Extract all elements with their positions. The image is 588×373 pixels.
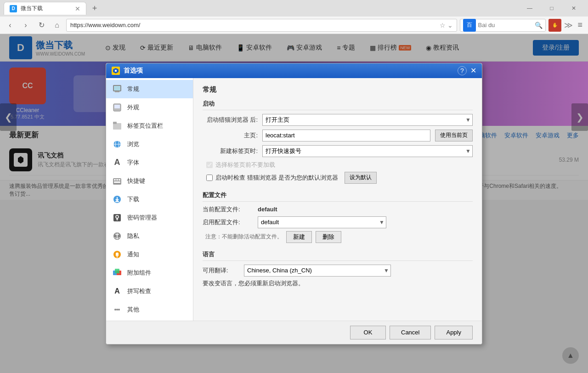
sidebar-item-tabs[interactable]: 标签页位置栏 <box>106 117 193 135</box>
ad-block-icon[interactable]: ✋ <box>548 19 561 32</box>
back-button[interactable]: ‹ <box>4 19 17 32</box>
default-browser-row: 启动时检查 猎猫浏览器 是否为您的默认浏览器 设为默认 <box>203 172 473 184</box>
new-tab-button[interactable]: + <box>88 2 101 15</box>
minimize-button[interactable]: — <box>519 2 540 15</box>
extend-icon[interactable]: ≫ <box>564 20 573 30</box>
sidebar-item-notification[interactable]: 通知 <box>106 245 193 264</box>
sidebar-item-general[interactable]: 常规 <box>106 80 193 98</box>
lang-select[interactable]: Chinese, China (zh_CN) English (en_US) <box>244 265 391 277</box>
sidebar-item-appearance[interactable]: 外观 <box>106 98 193 117</box>
dialog-sidebar: 常规 外观 <box>106 78 193 321</box>
svg-rect-12 <box>114 179 116 181</box>
sidebar-general-label: 常规 <box>127 85 139 93</box>
sidebar-tabs-label: 标签页位置栏 <box>127 122 163 130</box>
menu-icon[interactable]: ≡ <box>576 18 584 32</box>
tab-close-icon[interactable]: ✕ <box>75 5 80 12</box>
maximize-button[interactable]: □ <box>541 2 562 15</box>
sidebar-item-spell[interactable]: A 拼写检查 <box>106 282 193 300</box>
sidebar-browse-label: 浏览 <box>127 140 139 148</box>
default-browser-label: 启动时检查 猎猫浏览器 是否为您的默认浏览器 <box>215 174 338 182</box>
home-button[interactable]: ⌂ <box>51 19 63 32</box>
star-icon[interactable]: ☆ <box>440 22 446 29</box>
profile-note: 注意：不能删除活动配置文件。 <box>205 233 283 241</box>
tabs-icon <box>112 120 123 131</box>
current-profile-value: default <box>258 206 277 213</box>
address-input[interactable] <box>70 22 438 28</box>
new-profile-button[interactable]: 新建 <box>286 231 312 243</box>
startup-select-wrap: 打开主页 打开上次关闭的标签 打开新标签 ▼ <box>262 114 473 126</box>
homepage-label: 主页: <box>203 131 258 140</box>
sidebar-download-label: 下载 <box>127 195 139 203</box>
startup-section: 启动 启动猎猫浏览器 后: 打开主页 打开上次关闭的标签 打 <box>203 100 473 184</box>
active-profile-select[interactable]: default <box>258 216 386 228</box>
current-profile-row: 当前配置文件: default <box>203 205 473 214</box>
dialog-titlebar: 首选项 ? ✕ <box>106 63 482 78</box>
search-icon[interactable]: 🔍 <box>535 22 543 29</box>
close-window-button[interactable]: ✕ <box>563 2 584 15</box>
forward-button[interactable]: › <box>19 19 32 32</box>
cancel-button[interactable]: Cancel <box>390 326 431 339</box>
homepage-row: 主页: 使用当前页 <box>203 130 473 141</box>
other-icon <box>112 304 123 315</box>
sidebar-item-password[interactable]: 密码管理器 <box>106 209 193 227</box>
lang-row: 可用翻译: Chinese, China (zh_CN) English (en… <box>203 265 473 277</box>
language-section: 语言 可用翻译: Chinese, China (zh_CN) English … <box>203 250 473 288</box>
profile-actions: 注意：不能删除活动配置文件。 新建 删除 <box>203 231 473 243</box>
bookmark-icon[interactable]: ⌄ <box>447 22 453 29</box>
active-profile-row: 启用配置文件: default ▼ <box>203 216 473 228</box>
svg-point-30 <box>118 309 120 311</box>
download-icon <box>112 194 123 205</box>
startup-select[interactable]: 打开主页 打开上次关闭的标签 打开新标签 <box>262 114 473 126</box>
remember-tabs-checkbox[interactable] <box>206 162 213 168</box>
remember-tabs-row: 选择标签页前不要加载 <box>203 161 473 169</box>
sidebar-item-privacy[interactable]: 隐私 <box>106 227 193 245</box>
new-tab-row: 新建标签页时: 打开快速拨号 打开空白页 打开主页 ▼ <box>203 145 473 157</box>
tab-bar: D 微当下载 ✕ + — □ ✕ <box>0 0 588 17</box>
current-profile-label: 当前配置文件: <box>203 205 253 214</box>
address-icons: ☆ ⌄ <box>440 22 453 29</box>
sidebar-item-other[interactable]: 其他 <box>106 300 193 319</box>
notification-icon <box>112 249 123 260</box>
svg-point-28 <box>114 309 116 311</box>
search-engine-icon[interactable]: 百 <box>463 19 476 32</box>
search-input[interactable] <box>478 22 533 28</box>
sidebar-item-shortcuts[interactable]: 快捷键 <box>106 172 193 190</box>
dialog-main-panel: 常规 启动 启动猎猫浏览器 后: 打开主页 <box>193 78 482 321</box>
sidebar-item-download[interactable]: 下载 <box>106 190 193 209</box>
refresh-button[interactable]: ↻ <box>35 19 48 32</box>
svg-rect-5 <box>114 105 120 108</box>
dialog-title: 首选项 <box>124 67 458 75</box>
dialog-help-button[interactable]: ? <box>458 66 467 75</box>
tab-title: 微当下载 <box>21 5 71 12</box>
sidebar-shortcuts-label: 快捷键 <box>127 177 145 185</box>
new-tab-label: 新建标签页时: <box>203 147 258 155</box>
sidebar-item-browse[interactable]: 浏览 <box>106 135 193 153</box>
address-input-wrap: ☆ ⌄ <box>66 19 457 32</box>
homepage-input[interactable] <box>262 130 430 141</box>
search-box: 百 🔍 <box>460 19 546 32</box>
password-icon <box>112 212 123 223</box>
use-current-button[interactable]: 使用当前页 <box>435 130 473 141</box>
startup-label: 启动猎猫浏览器 后: <box>203 116 258 124</box>
startup-title: 启动 <box>203 100 473 110</box>
sidebar-item-font[interactable]: A 字体 <box>106 153 193 172</box>
delete-profile-button[interactable]: 删除 <box>316 231 341 243</box>
svg-rect-3 <box>115 91 119 92</box>
preferences-dialog: 首选项 ? ✕ 常规 <box>106 63 482 345</box>
startup-control: 打开主页 打开上次关闭的标签 打开新标签 ▼ <box>262 114 473 126</box>
appearance-icon <box>112 102 123 113</box>
active-tab[interactable]: D 微当下载 ✕ <box>4 2 86 15</box>
dialog-close-button[interactable]: ✕ <box>470 66 476 75</box>
new-tab-select[interactable]: 打开快速拨号 打开空白页 打开主页 <box>262 145 473 157</box>
window-controls: — □ ✕ <box>519 2 584 15</box>
dialog-icon <box>112 67 120 75</box>
default-browser-checkbox[interactable] <box>206 175 213 181</box>
ok-button[interactable]: OK <box>350 326 386 339</box>
set-default-button[interactable]: 设为默认 <box>345 172 377 184</box>
sidebar-other-label: 其他 <box>127 305 139 314</box>
profiles-title: 配置文件 <box>203 191 473 202</box>
svg-rect-13 <box>116 179 118 181</box>
sidebar-item-addon[interactable]: 附加组件 <box>106 264 193 282</box>
apply-button[interactable]: Apply <box>435 326 473 339</box>
startup-row: 启动猎猫浏览器 后: 打开主页 打开上次关闭的标签 打开新标签 ▼ <box>203 114 473 126</box>
